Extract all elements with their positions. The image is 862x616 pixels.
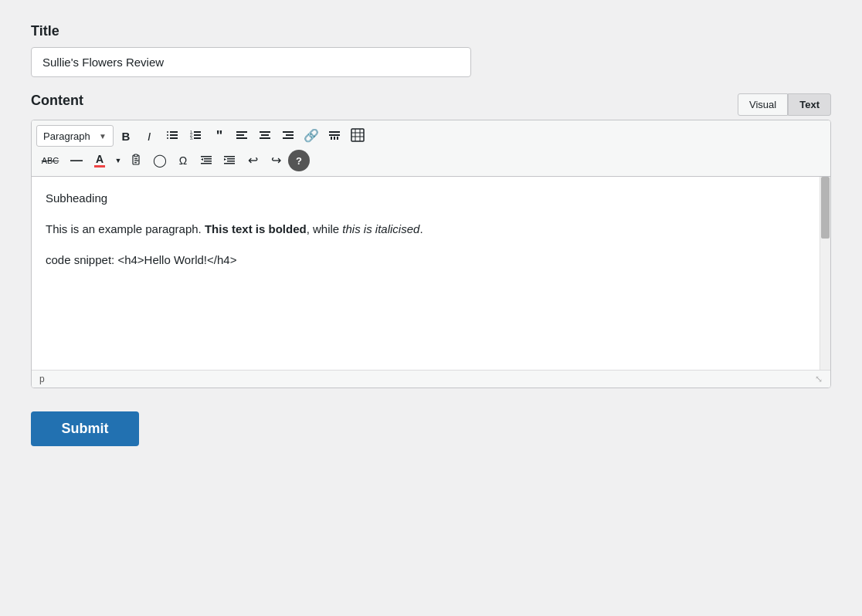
svg-rect-33	[134, 158, 137, 159]
editor-scrollbar[interactable]	[820, 177, 830, 370]
ordered-list-icon: 1. 2. 3.	[189, 129, 202, 143]
paragraph-dropdown[interactable]: Paragraph ▼	[36, 125, 114, 147]
svg-rect-5	[170, 137, 178, 139]
editor-content-area[interactable]: Subheading This is an example paragraph.…	[32, 177, 820, 370]
submit-button[interactable]: Submit	[31, 411, 139, 446]
blockquote-button[interactable]: "	[208, 125, 229, 147]
align-left-button[interactable]	[231, 125, 253, 147]
editor-paragraph: This is an example paragraph. This text …	[46, 220, 806, 239]
text-color-arrow-button[interactable]: ▼	[112, 150, 124, 171]
strikethrough-button[interactable]: ABC	[36, 150, 64, 171]
align-center-icon	[259, 129, 271, 143]
editor-code-line: code snippet: <h4>Hello World!</h4>	[46, 251, 806, 269]
editor-container: Paragraph ▼ B I	[31, 120, 831, 388]
svg-rect-12	[236, 131, 247, 133]
undo-button[interactable]: ↩	[242, 150, 263, 171]
svg-rect-39	[201, 163, 212, 164]
content-header: Content Visual Text	[31, 93, 831, 117]
editor-tag-indicator: p	[39, 374, 45, 384]
bold-text: This text is bolded	[205, 222, 307, 235]
svg-rect-4	[167, 137, 168, 139]
svg-rect-14	[236, 137, 247, 139]
svg-rect-15	[260, 131, 270, 133]
em-dash-icon: —	[70, 154, 83, 167]
em-dash-button[interactable]: —	[66, 150, 87, 171]
svg-rect-37	[204, 158, 212, 160]
text-color-arrow-icon: ▼	[115, 157, 122, 164]
resize-handle[interactable]: ⤡	[815, 374, 823, 384]
title-label: Title	[31, 23, 831, 39]
svg-rect-41	[224, 156, 235, 157]
horizontal-rule-button[interactable]	[324, 125, 345, 147]
horizontal-rule-icon	[328, 129, 341, 143]
indent-icon	[223, 154, 236, 168]
svg-marker-40	[201, 158, 203, 161]
svg-rect-13	[236, 134, 244, 136]
indent-button[interactable]	[219, 150, 240, 171]
align-right-button[interactable]	[277, 125, 299, 147]
svg-rect-18	[283, 131, 294, 133]
svg-rect-1	[170, 131, 178, 133]
paragraph-dropdown-arrow: ▼	[99, 132, 107, 140]
svg-rect-23	[331, 137, 332, 140]
text-color-button[interactable]: A	[89, 150, 110, 171]
help-button[interactable]: ?	[288, 150, 310, 171]
outdent-button[interactable]	[195, 150, 217, 171]
italic-icon: I	[148, 130, 151, 142]
submit-section: Submit	[31, 411, 831, 446]
svg-rect-35	[134, 162, 137, 163]
svg-rect-21	[329, 131, 340, 133]
svg-rect-2	[167, 134, 168, 136]
table-button[interactable]	[347, 125, 368, 147]
bold-button[interactable]: B	[115, 125, 137, 147]
editor-statusbar: p ⤡	[32, 370, 830, 388]
svg-rect-42	[227, 158, 235, 160]
align-right-icon	[282, 129, 294, 143]
redo-icon: ↪	[271, 154, 281, 167]
paragraph-select-label: Paragraph	[43, 130, 90, 142]
special-chars-button[interactable]: Ω	[172, 150, 194, 171]
toolbar-row-1: Paragraph ▼ B I	[36, 124, 826, 148]
svg-rect-3	[170, 134, 178, 136]
svg-rect-0	[167, 131, 168, 133]
svg-rect-24	[334, 137, 335, 140]
redo-button[interactable]: ↪	[265, 150, 287, 171]
text-color-icon: A	[94, 154, 105, 168]
svg-rect-38	[204, 161, 212, 162]
svg-rect-25	[337, 137, 338, 140]
unordered-list-button[interactable]	[161, 125, 183, 147]
clear-format-icon: ◯	[153, 154, 167, 167]
svg-rect-19	[286, 134, 294, 136]
content-tabs: Visual Text	[738, 93, 831, 116]
italic-button[interactable]: I	[138, 125, 160, 147]
undo-icon: ↩	[248, 154, 258, 167]
strikethrough-icon: ABC	[42, 157, 59, 165]
clear-format-button[interactable]: ◯	[149, 150, 171, 171]
title-section: Title	[31, 23, 831, 77]
align-center-button[interactable]	[254, 125, 276, 147]
paste-text-button[interactable]	[126, 150, 148, 171]
unordered-list-icon	[166, 129, 178, 143]
page-container: Title Content Visual Text P	[31, 23, 831, 446]
bold-icon: B	[122, 130, 131, 142]
blockquote-icon: "	[216, 129, 222, 143]
svg-rect-11	[194, 137, 201, 139]
svg-rect-17	[260, 137, 270, 139]
svg-rect-26	[351, 129, 364, 141]
content-section: Content Visual Text Paragraph ▼	[31, 93, 831, 388]
svg-rect-9	[194, 134, 201, 136]
ordered-list-button[interactable]: 1. 2. 3.	[185, 125, 206, 147]
title-input[interactable]	[31, 47, 471, 77]
outdent-icon	[200, 154, 212, 168]
svg-marker-45	[224, 158, 226, 161]
svg-rect-22	[329, 134, 340, 136]
tab-visual[interactable]: Visual	[738, 93, 788, 116]
svg-rect-16	[261, 134, 269, 136]
svg-rect-32	[134, 154, 137, 157]
link-button[interactable]: 🔗	[300, 125, 322, 147]
svg-rect-34	[134, 161, 139, 161]
special-chars-icon: Ω	[179, 155, 187, 166]
paste-text-icon	[131, 154, 143, 168]
svg-text:3.: 3.	[190, 136, 193, 140]
tab-text[interactable]: Text	[788, 93, 831, 116]
